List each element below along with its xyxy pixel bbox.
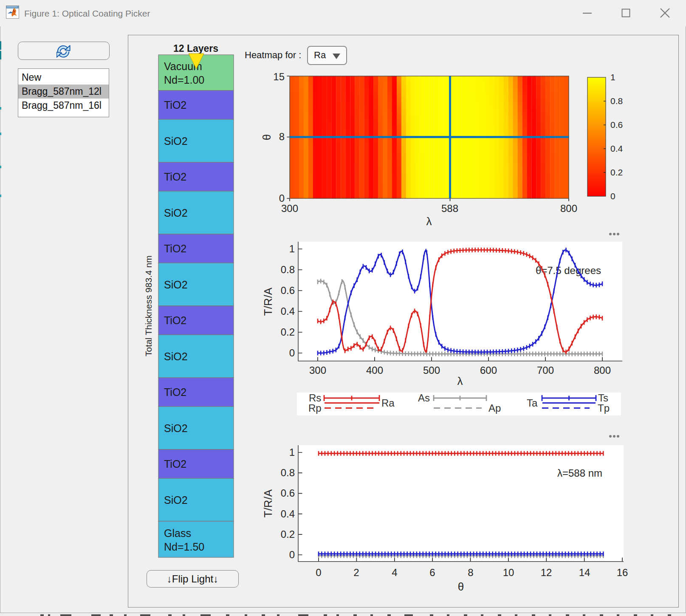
svg-text:12 Layers: 12 Layers [173,43,218,54]
svg-text:0: 0 [289,347,295,359]
svg-text:8: 8 [279,131,285,142]
svg-text:16: 16 [617,567,628,578]
svg-text:0: 0 [289,549,295,560]
svg-text:2: 2 [353,567,359,578]
svg-text:θ=7.5 degrees: θ=7.5 degrees [536,265,601,276]
svg-text:1: 1 [289,243,295,254]
svg-text:SiO2: SiO2 [164,350,188,362]
svg-text:800: 800 [560,203,577,214]
svg-text:600: 600 [480,365,497,376]
svg-text:0: 0 [316,567,321,578]
svg-text:500: 500 [423,365,440,376]
svg-text:6: 6 [429,567,435,578]
svg-text:0.2: 0.2 [610,167,623,177]
svg-text:λ=588 nm: λ=588 nm [557,467,602,479]
svg-text:TiO2: TiO2 [164,243,186,254]
svg-text:TiO2: TiO2 [164,99,186,111]
svg-text:400: 400 [366,365,383,376]
svg-text:0.4: 0.4 [281,508,295,520]
svg-text:Ta: Ta [527,397,538,409]
svg-text:Ts: Ts [598,392,608,404]
svg-text:Ra: Ra [381,397,395,409]
svg-text:Glass: Glass [164,527,191,539]
svg-text:0.4: 0.4 [281,305,295,317]
svg-text:0: 0 [610,191,615,201]
svg-text:15: 15 [273,71,285,82]
svg-text:0.6: 0.6 [281,487,295,499]
svg-text:12: 12 [541,567,552,578]
svg-text:300: 300 [281,203,298,214]
svg-text:TiO2: TiO2 [164,458,186,470]
svg-text:0.6: 0.6 [281,285,295,296]
svg-text:As: As [418,392,430,404]
svg-text:TiO2: TiO2 [164,314,186,326]
svg-text:Ap: Ap [488,402,501,414]
svg-text:14: 14 [579,567,590,578]
svg-text:SiO2: SiO2 [164,207,188,219]
svg-text:0.8: 0.8 [281,467,295,478]
svg-text:700: 700 [537,365,554,376]
svg-text:Nd=1.00: Nd=1.00 [164,74,204,86]
svg-text:SiO2: SiO2 [164,135,188,147]
svg-text:θ: θ [458,580,464,593]
svg-text:SiO2: SiO2 [164,422,188,434]
svg-text:T/R/A: T/R/A [262,489,274,517]
svg-text:4: 4 [392,567,397,578]
svg-text:588: 588 [441,203,458,214]
svg-text:0.8: 0.8 [281,264,295,275]
svg-text:Rp: Rp [308,402,322,414]
svg-text:300: 300 [309,365,326,376]
svg-text:0: 0 [279,192,285,204]
svg-text:0.4: 0.4 [610,144,623,153]
svg-text:10: 10 [503,567,514,578]
svg-text:TiO2: TiO2 [164,386,186,398]
svg-text:0.2: 0.2 [281,528,295,540]
svg-text:0.2: 0.2 [281,326,295,338]
svg-text:λ: λ [457,375,463,387]
svg-text:SiO2: SiO2 [164,494,188,506]
svg-text:Nd=1.50: Nd=1.50 [164,541,204,553]
svg-text:θ: θ [260,134,273,140]
svg-text:λ: λ [426,215,432,228]
svg-text:TiO2: TiO2 [164,171,186,183]
svg-text:8: 8 [468,567,473,578]
svg-text:1: 1 [289,446,295,458]
svg-text:0.8: 0.8 [610,96,623,106]
svg-text:SiO2: SiO2 [164,279,188,291]
svg-text:Total Thickness 983.4 nm: Total Thickness 983.4 nm [144,255,153,356]
svg-text:Rs: Rs [309,392,321,404]
svg-text:800: 800 [594,365,611,376]
svg-text:T/R/A: T/R/A [262,287,274,316]
svg-text:0.6: 0.6 [610,120,623,130]
svg-text:1: 1 [610,72,615,82]
svg-text:Tp: Tp [598,402,610,414]
